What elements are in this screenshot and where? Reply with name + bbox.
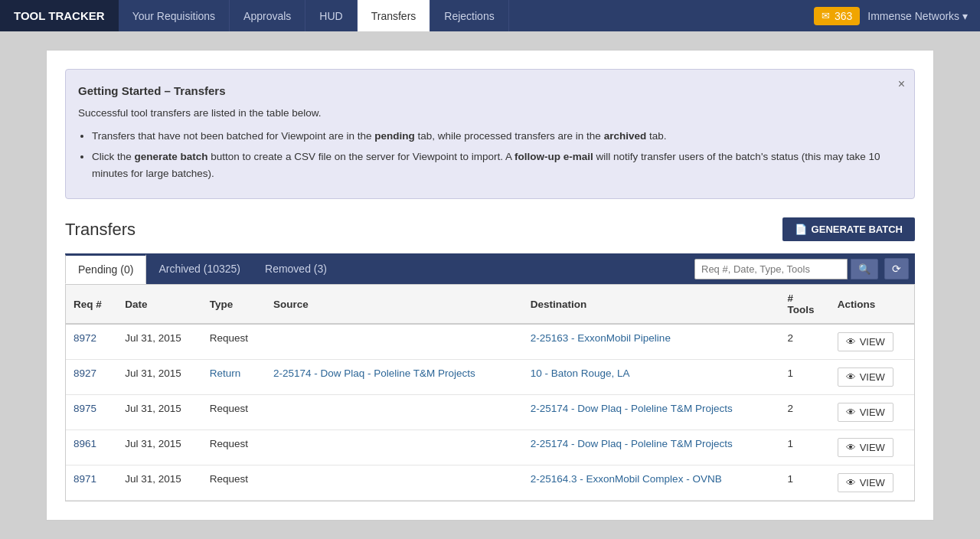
eye-icon: 👁 bbox=[846, 371, 856, 383]
view-button-4[interactable]: 👁 VIEW bbox=[838, 473, 893, 492]
cell-req-4: 8971 bbox=[66, 466, 117, 501]
nav-hud[interactable]: HUD bbox=[305, 0, 357, 31]
view-label: VIEW bbox=[860, 442, 885, 453]
view-label: VIEW bbox=[860, 336, 885, 348]
table-row: 8927 Jul 31, 2015 Return 2-25174 - Dow P… bbox=[66, 360, 914, 395]
cell-date-3: Jul 31, 2015 bbox=[117, 430, 202, 466]
search-input[interactable] bbox=[694, 259, 848, 279]
table-row: 8961 Jul 31, 2015 Request 2-25174 - Dow … bbox=[66, 430, 914, 466]
nav-right: ✉ 363 Immense Networks ▾ bbox=[814, 7, 980, 25]
user-caret-icon: ▾ bbox=[962, 10, 968, 22]
cell-type-1: Return bbox=[202, 360, 266, 395]
tabs-row: Pending (0) Archived (10325) Removed (3)… bbox=[65, 253, 915, 285]
info-alert: × Getting Started – Transfers Successful… bbox=[65, 69, 915, 199]
cell-type-4: Request bbox=[202, 466, 266, 501]
cell-actions-0: 👁 VIEW bbox=[830, 324, 914, 360]
transfers-table: Req # Date Type Source Destination # Too… bbox=[66, 285, 914, 501]
col-actions: Actions bbox=[830, 285, 914, 324]
search-button[interactable]: 🔍 bbox=[851, 259, 878, 279]
col-tools: # Tools bbox=[780, 285, 830, 324]
col-req: Req # bbox=[66, 285, 117, 324]
cell-type-0: Request bbox=[202, 324, 266, 360]
nav-transfers[interactable]: Transfers bbox=[358, 0, 431, 31]
cell-tools-0: 2 bbox=[780, 324, 830, 360]
cell-date-0: Jul 31, 2015 bbox=[117, 324, 202, 360]
nav-approvals[interactable]: Approvals bbox=[230, 0, 305, 31]
cell-req-2: 8975 bbox=[66, 395, 117, 430]
table-row: 8971 Jul 31, 2015 Request 2-25164.3 - Ex… bbox=[66, 466, 914, 501]
cell-destination-4: 2-25164.3 - ExxonMobil Complex - OVNB bbox=[523, 466, 780, 501]
eye-icon: 👁 bbox=[846, 477, 856, 488]
cell-type-3: Request bbox=[202, 430, 266, 466]
table-row: 8972 Jul 31, 2015 Request 2-25163 - Exxo… bbox=[66, 324, 914, 360]
cell-date-2: Jul 31, 2015 bbox=[117, 395, 202, 430]
cell-type-2: Request bbox=[202, 395, 266, 430]
mail-icon: ✉ bbox=[822, 10, 830, 21]
cell-req-1: 8927 bbox=[66, 360, 117, 395]
table-header-row: Req # Date Type Source Destination # Too… bbox=[66, 285, 914, 324]
col-type: Type bbox=[202, 285, 266, 324]
cell-actions-1: 👁 VIEW bbox=[830, 360, 914, 395]
page-content: × Getting Started – Transfers Successful… bbox=[46, 50, 934, 521]
view-label: VIEW bbox=[860, 371, 885, 383]
cell-tools-3: 1 bbox=[780, 430, 830, 466]
tab-pending[interactable]: Pending (0) bbox=[65, 254, 146, 284]
view-button-2[interactable]: 👁 VIEW bbox=[838, 403, 893, 422]
brand-logo: TOOL TRACKER bbox=[0, 0, 119, 31]
cell-source-4 bbox=[266, 466, 523, 501]
cell-source-2 bbox=[266, 395, 523, 430]
user-menu[interactable]: Immense Networks ▾ bbox=[867, 10, 968, 22]
cell-destination-2: 2-25174 - Dow Plaq - Poleline T&M Projec… bbox=[523, 395, 780, 430]
eye-icon: 👁 bbox=[846, 442, 856, 453]
eye-icon: 👁 bbox=[846, 336, 856, 348]
view-label: VIEW bbox=[860, 477, 885, 488]
cell-actions-3: 👁 VIEW bbox=[830, 430, 914, 466]
alert-subtitle: Successful tool transfers are listed in … bbox=[78, 105, 884, 122]
notification-count: 363 bbox=[835, 10, 852, 22]
eye-icon: 👁 bbox=[846, 407, 856, 418]
cell-actions-2: 👁 VIEW bbox=[830, 395, 914, 430]
cell-tools-1: 1 bbox=[780, 360, 830, 395]
cell-tools-2: 2 bbox=[780, 395, 830, 430]
tab-removed[interactable]: Removed (3) bbox=[253, 255, 339, 283]
search-icon: 🔍 bbox=[858, 263, 871, 275]
generate-batch-button[interactable]: 📄 GENERATE BATCH bbox=[782, 217, 915, 241]
cell-source-3 bbox=[266, 430, 523, 466]
alert-bullet-1: Transfers that have not been batched for… bbox=[92, 128, 884, 145]
cell-source-1: 2-25174 - Dow Plaq - Poleline T&M Projec… bbox=[266, 360, 523, 395]
col-destination: Destination bbox=[523, 285, 780, 324]
navbar: TOOL TRACKER Your Requisitions Approvals… bbox=[0, 0, 980, 31]
table-row: 8975 Jul 31, 2015 Request 2-25174 - Dow … bbox=[66, 395, 914, 430]
alert-bullets: Transfers that have not been batched for… bbox=[92, 128, 884, 182]
nav-your-requisitions[interactable]: Your Requisitions bbox=[119, 0, 230, 31]
cell-tools-4: 1 bbox=[780, 466, 830, 501]
page-title: Transfers bbox=[65, 220, 136, 240]
cell-req-3: 8961 bbox=[66, 430, 117, 466]
user-label: Immense Networks bbox=[867, 10, 959, 22]
refresh-icon: ⟳ bbox=[892, 263, 901, 275]
cell-source-0 bbox=[266, 324, 523, 360]
nav-links: Your Requisitions Approvals HUD Transfer… bbox=[119, 0, 814, 31]
view-button-0[interactable]: 👁 VIEW bbox=[838, 332, 893, 351]
nav-rejections[interactable]: Rejections bbox=[430, 0, 508, 31]
cell-actions-4: 👁 VIEW bbox=[830, 466, 914, 501]
generate-batch-label: GENERATE BATCH bbox=[812, 224, 903, 235]
alert-bullet-2: Click the generate batch button to creat… bbox=[92, 149, 884, 181]
generate-icon: 📄 bbox=[795, 224, 807, 235]
view-button-3[interactable]: 👁 VIEW bbox=[838, 438, 893, 457]
alert-close-button[interactable]: × bbox=[898, 77, 905, 91]
refresh-button[interactable]: ⟳ bbox=[884, 258, 909, 279]
view-button-1[interactable]: 👁 VIEW bbox=[838, 368, 893, 387]
alert-title: Getting Started – Transfers bbox=[78, 82, 884, 100]
col-source: Source bbox=[266, 285, 523, 324]
cell-req-0: 8972 bbox=[66, 324, 117, 360]
view-label: VIEW bbox=[860, 407, 885, 418]
col-date: Date bbox=[117, 285, 202, 324]
heading-row: Transfers 📄 GENERATE BATCH bbox=[65, 217, 915, 241]
tab-archived[interactable]: Archived (10325) bbox=[146, 255, 253, 283]
notifications-button[interactable]: ✉ 363 bbox=[814, 7, 860, 25]
cell-date-1: Jul 31, 2015 bbox=[117, 360, 202, 395]
cell-destination-0: 2-25163 - ExxonMobil Pipeline bbox=[523, 324, 780, 360]
cell-destination-1: 10 - Baton Rouge, LA bbox=[523, 360, 780, 395]
transfers-table-wrap: Req # Date Type Source Destination # Too… bbox=[65, 285, 915, 501]
